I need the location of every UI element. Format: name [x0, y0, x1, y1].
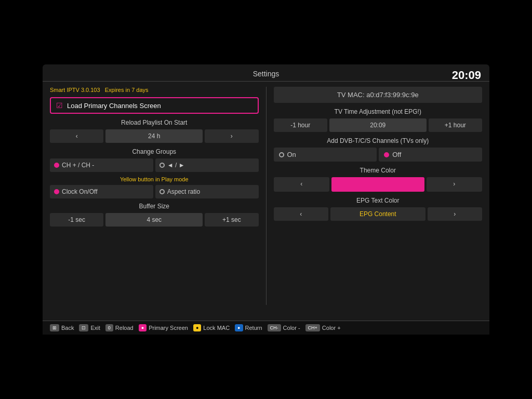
aspect-radio-dot	[159, 189, 165, 194]
theme-prev-btn[interactable]: ‹	[274, 177, 329, 192]
tv-screen: 20:09 Settings Smart IPTV 3.0.103 Expire…	[43, 64, 489, 335]
return-key: ●	[235, 324, 243, 331]
epg-prev-btn[interactable]: ‹	[274, 207, 328, 221]
ch-radio-dot	[54, 163, 59, 168]
nav-option-label: ◄ / ►	[167, 162, 185, 169]
reload-control-row: ‹ 24 h ›	[50, 129, 259, 143]
time-adj-row: -1 hour 20:09 +1 hour	[274, 118, 483, 132]
return-label: Return	[245, 325, 262, 331]
buf-value: 4 sec	[105, 213, 203, 227]
ch-option-label: CH + / CH -	[62, 162, 94, 169]
aspect-option[interactable]: Aspect ratio	[155, 185, 259, 198]
clock-option[interactable]: Clock On/Off	[50, 185, 153, 198]
exit-label: Exit	[90, 325, 100, 331]
nav-option[interactable]: ◄ / ►	[155, 158, 259, 172]
buffer-label: Buffer Size	[50, 203, 259, 210]
nav-radio-dot	[159, 163, 165, 168]
exit-item: ⊡ Exit	[79, 324, 100, 331]
color-plus-item: CH+ Color +	[305, 324, 341, 331]
checkbox-icon: ☑	[56, 101, 63, 110]
color-minus-label: Color -	[283, 325, 300, 331]
time-display: 20:09	[452, 69, 481, 82]
on-option[interactable]: On	[274, 148, 377, 162]
off-label: Off	[392, 151, 401, 158]
yellow-label: Yellow button in Play mode	[50, 176, 259, 182]
reload-key: 0	[105, 324, 113, 331]
aspect-label: Aspect ratio	[167, 188, 200, 195]
on-label: On	[287, 151, 296, 158]
on-radio-dot	[279, 152, 284, 157]
back-label: Back	[61, 325, 74, 331]
theme-row: ‹ ›	[274, 177, 483, 192]
reload-label: Reload	[115, 325, 134, 331]
primary-label: Primary Screen	[149, 325, 188, 331]
theme-next-btn[interactable]: ›	[427, 177, 482, 192]
app-version: Smart IPTV 3.0.103 Expires in 7 days	[50, 87, 259, 93]
buf-minus-btn[interactable]: -1 sec	[50, 213, 103, 227]
primary-item: ● Primary Screen	[139, 324, 188, 331]
back-item: ⊞ Back	[50, 324, 74, 331]
color-minus-item: CH- Color -	[268, 324, 300, 331]
mac-display: TV MAC: a0:d7:f3:99:9c:9e	[274, 87, 483, 103]
ch-option[interactable]: CH + / CH -	[50, 158, 153, 172]
change-groups-row: CH + / CH - ◄ / ►	[50, 158, 259, 172]
change-groups-label: Change Groups	[50, 148, 259, 155]
reload-next-btn[interactable]: ›	[205, 129, 258, 143]
load-primary-label: Load Primary Channels Screen	[67, 102, 161, 110]
color-swatch	[331, 177, 424, 192]
play-mode-row: Clock On/Off Aspect ratio	[50, 185, 259, 198]
color-plus-label: Color +	[322, 325, 341, 331]
left-panel: Smart IPTV 3.0.103 Expires in 7 days ☑ L…	[50, 87, 267, 305]
right-panel: TV MAC: a0:d7:f3:99:9c:9e TV Time Adjust…	[267, 87, 483, 305]
lock-mac-key: ●	[193, 324, 201, 331]
dvb-title: Add DVB-T/C/S Channels (TVs only)	[274, 137, 483, 144]
clock-label: Clock On/Off	[62, 188, 97, 195]
lock-mac-item: ● Lock MAC	[193, 324, 230, 331]
time-current: 20:09	[329, 118, 427, 132]
return-item: ● Return	[235, 324, 262, 331]
color-plus-key: CH+	[305, 324, 320, 331]
color-minus-key: CH-	[268, 324, 281, 331]
epg-content-btn[interactable]: EPG Content	[330, 207, 425, 221]
bottom-bar: ⊞ Back ⊡ Exit 0 Reload ● Primary Screen …	[43, 321, 489, 335]
settings-title: Settings	[43, 64, 489, 82]
theme-title: Theme Color	[274, 167, 483, 174]
on-off-row: On Off	[274, 148, 483, 162]
reload-value: 24 h	[105, 129, 203, 143]
buffer-control-row: -1 sec 4 sec +1 sec	[50, 213, 259, 227]
main-content: Smart IPTV 3.0.103 Expires in 7 days ☑ L…	[43, 82, 489, 310]
back-key: ⊞	[50, 324, 59, 331]
tv-time-title: TV Time Adjustment (not EPG!)	[274, 108, 483, 115]
off-radio-dot	[384, 152, 389, 157]
off-option[interactable]: Off	[379, 148, 482, 162]
exit-key: ⊡	[79, 324, 88, 331]
time-plus-btn[interactable]: +1 hour	[429, 118, 482, 132]
epg-title: EPG Text Color	[274, 197, 483, 204]
lock-mac-label: Lock MAC	[203, 325, 230, 331]
epg-row: ‹ EPG Content ›	[274, 207, 483, 221]
load-primary-button[interactable]: ☑ Load Primary Channels Screen	[50, 97, 259, 114]
reload-item: 0 Reload	[105, 324, 134, 331]
buf-plus-btn[interactable]: +1 sec	[205, 213, 258, 227]
clock-radio-dot	[54, 189, 59, 194]
reload-prev-btn[interactable]: ‹	[50, 129, 103, 143]
time-minus-btn[interactable]: -1 hour	[274, 118, 327, 132]
reload-section-label: Reload Playlist On Start	[50, 119, 259, 126]
primary-key: ●	[139, 324, 147, 331]
epg-next-btn[interactable]: ›	[428, 207, 482, 221]
